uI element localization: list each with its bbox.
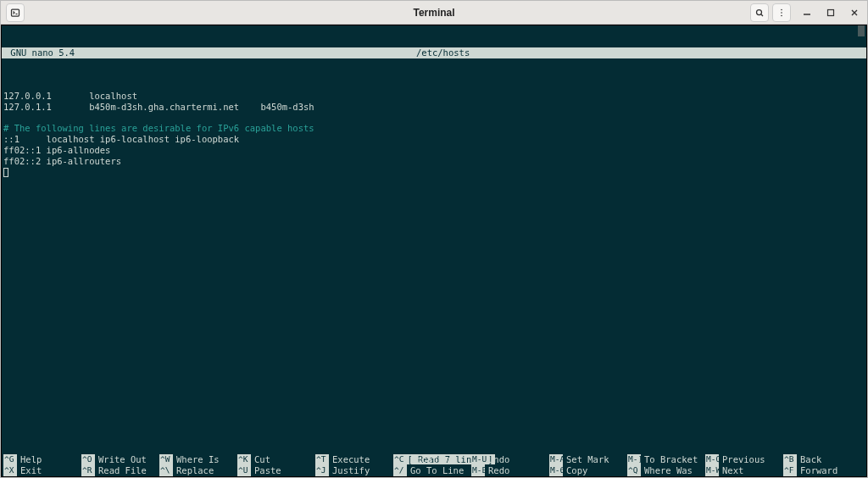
shortcut-label: Go To Line [407,465,464,476]
cursor [3,168,8,177]
shortcut-label: Where Was [641,465,693,476]
shortcut-label: Location [407,454,453,465]
shortcut-label: Read File [95,465,147,476]
file-line: # The following lines are desirable for … [3,123,865,134]
editor-content[interactable]: 127.0.0.1 localhost127.0.1.1 b450m-d3sh.… [2,91,866,177]
shortcut-item: ^TExecute [315,454,393,465]
nano-shortcuts: ^GHelp^XExit^OWrite Out^RRead File^WWher… [2,454,866,476]
terminal-icon-button[interactable] [6,3,25,22]
file-line [3,113,865,124]
shortcut-column: M-QPreviousM-WNext [705,454,783,476]
shortcut-item: ^JJustify [315,465,393,476]
svg-point-2 [781,8,782,10]
shortcut-item: ^UPaste [237,465,315,476]
close-icon [850,8,859,17]
shortcut-key: M-Q [705,454,719,465]
nano-status-line: [ Read 7 lines ] [2,443,866,454]
shortcut-item: ^OWrite Out [81,454,159,465]
shortcut-key: ^/ [393,465,407,476]
shortcut-key: ^B [783,454,797,465]
shortcut-key: ^G [3,454,17,465]
file-line: ff02::1 ip6-allnodes [3,145,865,156]
shortcut-key: ^R [81,465,95,476]
shortcut-label: Where Is [173,454,220,465]
shortcut-item: ^WWhere Is [159,454,237,465]
shortcut-column: M-UUndoM-ERedo [471,454,549,476]
shortcut-item: ^GHelp [3,454,81,465]
shortcut-key: M-A [549,454,563,465]
search-button[interactable] [750,3,769,22]
shortcut-label: To Bracket [641,454,698,465]
shortcut-column: ^BBack^FForward [783,454,861,476]
shortcut-column: ^TExecute^JJustify [315,454,393,476]
file-line: 127.0.1.1 b450m-d3sh.gha.chartermi.net b… [3,102,865,113]
shortcut-label: Help [17,454,42,465]
shortcut-column: M-]To Bracket^QWhere Was [627,454,705,476]
shortcut-item: ^KCut [237,454,315,465]
shortcut-item: M-6Copy [549,465,627,476]
shortcut-key: M-W [705,465,719,476]
shortcut-item: ^/Go To Line [393,465,471,476]
shortcut-label: Execute [329,454,370,465]
nano-filename: /etc/hosts [413,47,473,58]
maximize-icon [826,8,835,17]
svg-rect-0 [12,9,19,16]
shortcut-label: Redo [485,465,509,476]
shortcut-item: ^QWhere Was [627,465,705,476]
file-line: 127.0.0.1 localhost [3,91,865,102]
shortcut-key: ^O [81,454,95,465]
svg-point-1 [757,9,762,14]
svg-point-4 [781,14,782,16]
shortcut-item: M-QPrevious [705,454,783,465]
titlebar: Terminal [1,1,867,25]
shortcut-column: M-ASet MarkM-6Copy [549,454,627,476]
maximize-button[interactable] [823,5,838,20]
shortcut-label: Write Out [95,454,147,465]
minimize-icon [803,8,811,17]
shortcut-key: ^T [315,454,329,465]
shortcut-item: M-]To Bracket [627,454,705,465]
nano-version: GNU nano 5.4 [2,47,84,58]
shortcut-key: ^W [159,454,173,465]
shortcut-column: ^KCut^UPaste [237,454,315,476]
shortcut-key: ^F [783,465,797,476]
shortcut-label: Exit [17,465,42,476]
file-line: ::1 localhost ip6-localhost ip6-loopback [3,134,865,145]
shortcut-label: Back [797,454,821,465]
shortcut-column: ^WWhere Is^\Replace [159,454,237,476]
shortcut-label: Paste [251,465,281,476]
shortcut-key: ^U [237,465,251,476]
shortcut-key: ^X [3,465,17,476]
menu-button[interactable] [772,3,791,22]
shortcut-key: ^C [393,454,407,465]
scrollbar-thumb[interactable] [858,25,865,36]
shortcut-label: Next [719,465,743,476]
shortcut-key: M-U [471,454,485,465]
close-button[interactable] [847,5,862,20]
shortcut-item: ^RRead File [81,465,159,476]
shortcut-item: M-UUndo [471,454,549,465]
minimize-button[interactable] [799,5,815,20]
svg-point-3 [781,12,782,14]
shortcut-item: ^BBack [783,454,861,465]
shortcut-key: M-E [471,465,485,476]
shortcut-label: Undo [485,454,509,465]
shortcut-key: ^K [237,454,251,465]
app-window: Terminal GNU nano 5.4 /etc/hosts [0,0,868,478]
shortcut-item: M-ERedo [471,465,549,476]
terminal-pane[interactable]: GNU nano 5.4 /etc/hosts 127.0.0.1 localh… [1,25,867,477]
shortcut-label: Replace [173,465,214,476]
shortcut-item: M-ASet Mark [549,454,627,465]
shortcut-item: ^\Replace [159,465,237,476]
shortcut-label: Copy [563,465,587,476]
file-line: ff02::2 ip6-allrouters [3,156,865,167]
shortcut-key: M-] [627,454,641,465]
search-icon [754,8,765,18]
shortcut-column: ^CLocation^/Go To Line [393,454,471,476]
shortcut-label: Forward [797,465,837,476]
shortcut-column: ^OWrite Out^RRead File [81,454,159,476]
terminal-icon [10,8,20,18]
shortcut-item: M-WNext [705,465,783,476]
shortcut-key: ^Q [627,465,641,476]
shortcut-label: Previous [719,454,765,465]
